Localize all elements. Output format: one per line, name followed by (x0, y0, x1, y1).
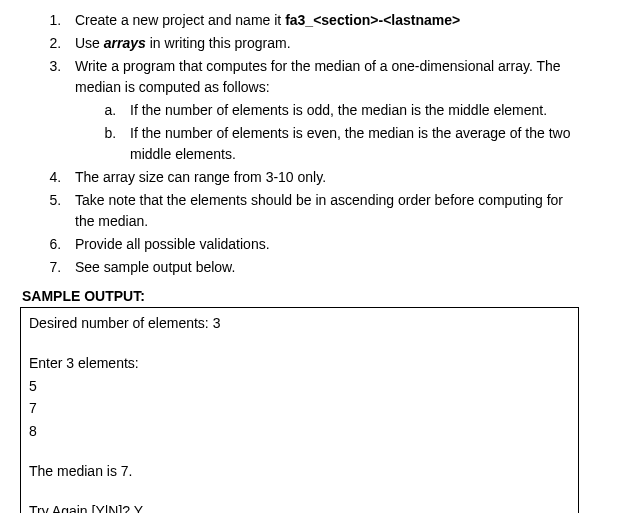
output-line-1: Desired number of elements: 3 (29, 312, 570, 334)
item1-bold: fa3_<section>-<lastname> (285, 12, 460, 28)
output-line-4: 7 (29, 397, 570, 419)
instruction-item-6: Provide all possible validations. (65, 234, 579, 255)
sub-item-b: If the number of elements is even, the m… (120, 123, 579, 165)
sub-instruction-list: If the number of elements is odd, the me… (75, 100, 579, 165)
output-line-3: 5 (29, 375, 570, 397)
output-line-2: Enter 3 elements: (29, 352, 570, 374)
instruction-item-5: Take note that the elements should be in… (65, 190, 579, 232)
item1-pre: Create a new project and name it (75, 12, 285, 28)
output-line-6: The median is 7. (29, 460, 570, 482)
item2-pre: Use (75, 35, 104, 51)
instruction-item-1: Create a new project and name it fa3_<se… (65, 10, 579, 31)
output-line-5: 8 (29, 420, 570, 442)
sample-output-header: SAMPLE OUTPUT: (20, 286, 579, 307)
item3-text: Write a program that computes for the me… (75, 58, 561, 95)
item2-bolditalic: arrays (104, 35, 146, 51)
instruction-item-4: The array size can range from 3-10 only. (65, 167, 579, 188)
item2-post: in writing this program. (146, 35, 291, 51)
sample-output-box: Desired number of elements: 3 Enter 3 el… (20, 307, 579, 513)
instruction-item-3: Write a program that computes for the me… (65, 56, 579, 165)
instruction-item-2: Use arrays in writing this program. (65, 33, 579, 54)
output-line-7: Try Again [Y|N]? Y (29, 500, 570, 513)
sub-item-a: If the number of elements is odd, the me… (120, 100, 579, 121)
instruction-item-7: See sample output below. (65, 257, 579, 278)
instruction-list: Create a new project and name it fa3_<se… (20, 10, 579, 278)
